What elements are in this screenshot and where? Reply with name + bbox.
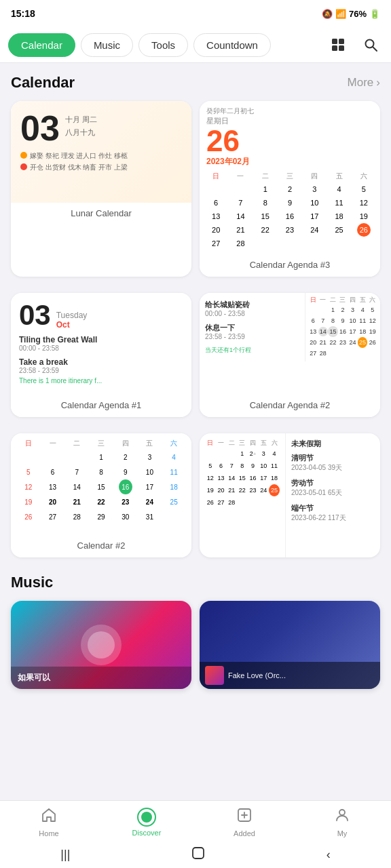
nav-my-label: My [337, 829, 348, 837]
cal2-grid: 1234 567891011 12131415161718 1920212223… [16, 450, 186, 524]
agenda1-day: 03 [19, 301, 51, 330]
agenda1-dayname: Tuesday [56, 311, 88, 320]
agenda1-more: There is 1 more itinerary f... [19, 377, 183, 384]
holiday-qingming: 清明节 2023-04-05 39天 [291, 453, 375, 473]
music-section: Music 如果可以 Fake Love (Orc... [11, 574, 380, 689]
nav-discover[interactable]: Discover [98, 808, 196, 837]
cal2-widget[interactable]: 日 一二三四五 六 1234 567891011 12131415161718 … [11, 433, 191, 557]
agenda2-event2: 休息一下 23:58 - 23:59 [205, 323, 299, 340]
agenda1-event2: Take a break 23:58 - 23:59 [19, 357, 183, 374]
cal2-label: Calendar #2 [11, 535, 191, 557]
orange-dot-icon [20, 152, 27, 159]
lunar-event-2: 开仓 出货财 伐木 纳畜 开市 上梁 [20, 163, 182, 172]
nav-my[interactable]: My [293, 807, 391, 837]
calh-inner: 日一二三四五六 12+34 567891011 12131415161718 1… [200, 433, 380, 557]
music-title: Music [11, 574, 53, 591]
lunar-calendar-widget[interactable]: 03 十月 周二 八月十九 嫁娶 祭祀 理发 进人口 作灶 移柩 开仓 出货财 … [11, 101, 191, 277]
nav-added-label: Added [234, 829, 255, 837]
chevron-right-icon: › [376, 76, 380, 90]
nav-icons [326, 33, 383, 57]
tab-music[interactable]: Music [81, 33, 133, 57]
status-time: 15:18 [11, 8, 35, 19]
android-back-btn[interactable]: ‹ [327, 848, 331, 862]
calendar-section-header: Calendar More › [11, 74, 380, 92]
tab-countdown[interactable]: Countdown [193, 33, 271, 57]
home-icon [41, 807, 57, 827]
search-icon[interactable] [358, 33, 383, 57]
nav-home[interactable]: Home [0, 807, 98, 837]
calh-weekdays: 日一二三四五六 [205, 439, 280, 448]
calh-grid-area: 日一二三四五六 12+34 567891011 12131415161718 1… [200, 433, 285, 557]
agenda3-weekdays: 日 一 二 三 四 五 六 [200, 170, 380, 182]
music-section-header: Music [11, 574, 380, 591]
music-thumb-icon [205, 666, 224, 685]
calh-grid: 12+34 567891011 12131415161718 192021222… [205, 448, 280, 509]
agenda3-widget[interactable]: 癸卯年二月初七 星期日 26 2023年02月 日 一 二 三 四 五 六 [200, 101, 380, 277]
android-menu-btn[interactable]: ||| [60, 848, 70, 862]
agenda1-event1: Tiling the Great Wall 00:00 - 23:58 [19, 335, 183, 352]
red-dot-icon [20, 163, 27, 170]
music-card-1[interactable]: 如果可以 [11, 601, 191, 689]
agenda3-header: 癸卯年二月初七 星期日 26 2023年02月 [200, 101, 380, 170]
agenda2-events: 给长城贴瓷砖 00:00 - 23:58 休息一下 23:58 - 23:59 … [200, 293, 305, 361]
widget-grid-row1: 03 十月 周二 八月十九 嫁娶 祭祀 理发 进人口 作灶 移柩 开仓 出货财 … [11, 101, 380, 277]
lunar-day-number: 03 [20, 111, 60, 146]
calh-widget[interactable]: 日一二三四五六 12+34 567891011 12131415161718 1… [200, 433, 380, 557]
agenda1-label: Calendar Agenda #1 [11, 395, 191, 417]
agenda2-mini-cal: 日一二三四五六 1234 567891011 12131415161718 19… [305, 293, 380, 361]
music-card-2-text: Fake Love (Orc... [228, 671, 286, 679]
svg-rect-2 [332, 45, 337, 51]
agenda3-lunar-label: 癸卯年二月初七 [206, 106, 373, 116]
discover-ring-icon [137, 808, 156, 827]
lunar-info-2: 八月十九 [65, 127, 97, 138]
agenda3-grid: 1234 567891011 12131415161718 1920212223… [200, 182, 380, 254]
agenda2-widget[interactable]: 给长城贴瓷砖 00:00 - 23:58 休息一下 23:58 - 23:59 … [200, 293, 380, 417]
status-icons: 🔕 📶 76% 🔋 [322, 9, 380, 19]
signal-icon: 📶 [335, 9, 346, 19]
bottom-nav: Home Discover Added My [0, 800, 391, 841]
agenda2-badge: 当天还有1个行程 [205, 346, 299, 355]
my-icon [334, 807, 350, 827]
svg-rect-1 [339, 39, 344, 44]
svg-rect-3 [339, 45, 344, 51]
holiday-labor: 劳动节 2023-05-01 65天 [291, 478, 375, 498]
added-icon [236, 807, 253, 827]
tab-calendar[interactable]: Calendar [8, 33, 75, 57]
status-bar: 15:18 🔕 📶 76% 🔋 [0, 0, 391, 27]
holiday-duanwu: 端午节 2023-06-22 117天 [291, 503, 375, 523]
agenda3-label: Calendar Agenda #3 [200, 254, 380, 277]
agenda1-widget[interactable]: 03 Tuesday Oct Tiling the Great Wall 00:… [11, 293, 191, 417]
calh-section-title: 未来假期 [291, 439, 375, 449]
music-card-2[interactable]: Fake Love (Orc... [200, 601, 380, 689]
music-song-bar: Fake Love (Orc... [200, 662, 380, 689]
discover-inner-icon [141, 812, 152, 823]
widget-grid-row2: 03 Tuesday Oct Tiling the Great Wall 00:… [11, 293, 380, 417]
lunar-event-1: 嫁娶 祭祀 理发 进人口 作灶 移柩 [20, 151, 182, 161]
calendar-title: Calendar [11, 74, 75, 92]
agenda2-event1: 给长城贴瓷砖 00:00 - 23:58 [205, 300, 299, 317]
agenda2-top: 给长城贴瓷砖 00:00 - 23:58 休息一下 23:58 - 23:59 … [200, 293, 380, 361]
nav-discover-label: Discover [132, 829, 162, 837]
agenda1-month: Oct [56, 320, 88, 330]
widget-grid-row3: 日 一二三四五 六 1234 567891011 12131415161718 … [11, 433, 380, 557]
tab-tools[interactable]: Tools [138, 33, 188, 57]
cal2-weekdays: 日 一二三四五 六 [16, 439, 186, 448]
more-button[interactable]: More › [348, 76, 380, 90]
lunar-widget-label: Lunar Calendar [11, 203, 191, 225]
agenda2-label: Calendar Agenda #2 [200, 395, 380, 417]
calh-holidays: 未来假期 清明节 2023-04-05 39天 劳动节 2023-05-01 6… [285, 433, 380, 557]
battery-level: 76% [349, 9, 367, 19]
android-home-btn[interactable] [191, 846, 205, 863]
grid-icon[interactable] [326, 33, 350, 57]
top-nav: Calendar Music Tools Countdown [0, 27, 391, 63]
agenda2-grid: 1234 567891011 12131415161718 1920212223… [308, 304, 377, 359]
svg-rect-0 [332, 39, 337, 44]
agenda3-day: 26 [206, 126, 373, 156]
lunar-events: 嫁娶 祭祀 理发 进人口 作灶 移柩 开仓 出货财 伐木 纳畜 开市 上梁 [20, 151, 182, 172]
agenda2-weekdays: 日一二三四五六 [308, 296, 377, 304]
music-grid: 如果可以 Fake Love (Orc... [11, 601, 380, 689]
battery-icon: 🔋 [369, 9, 380, 19]
svg-rect-10 [193, 848, 204, 859]
nav-added[interactable]: Added [196, 807, 293, 837]
music-card-1-text: 如果可以 [11, 667, 191, 689]
